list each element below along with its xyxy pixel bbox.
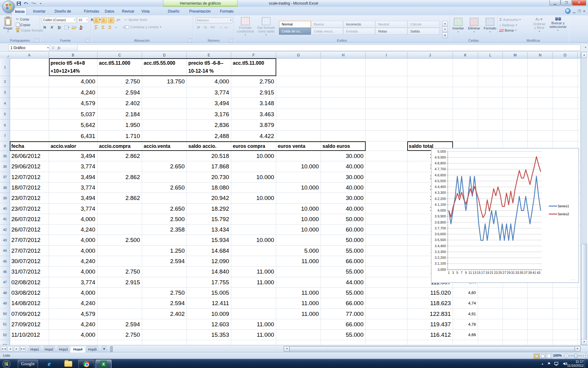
sheet-tab-hoja3[interactable]: Hoja3 bbox=[56, 346, 71, 352]
column-header-D[interactable]: D bbox=[142, 52, 187, 59]
row-header-45[interactable]: 45 bbox=[0, 256, 10, 266]
find-select-button[interactable]: Buscar y seleccionar▾ bbox=[548, 16, 567, 32]
cell-F3[interactable]: 2.915 bbox=[233, 87, 274, 98]
taskbar-clock[interactable]: 11:17 11/10/2012 bbox=[567, 360, 584, 368]
cell-C39[interactable]: 2.862 bbox=[99, 193, 140, 203]
cell-E2[interactable]: 4,000 bbox=[188, 76, 229, 87]
column-header-C[interactable]: C bbox=[97, 52, 142, 59]
cell-A45[interactable]: 30/07/2012 bbox=[11, 256, 47, 266]
cell-J48[interactable]: 115.020 bbox=[409, 288, 451, 298]
zoom-in-button[interactable]: + bbox=[583, 354, 588, 358]
cell-D49[interactable]: 2.594 bbox=[144, 298, 185, 309]
cell-B8[interactable]: accio.valor bbox=[51, 141, 95, 151]
paste-button[interactable]: Pegar ▾ bbox=[1, 16, 15, 33]
cell-G42[interactable]: 10.000 bbox=[278, 224, 319, 235]
cell-style-notas[interactable]: Notas bbox=[375, 28, 407, 35]
taskbar-item-google[interactable]: Google bbox=[18, 360, 38, 368]
align-right-button[interactable] bbox=[107, 25, 112, 30]
row-header-3[interactable]: 3 bbox=[0, 87, 10, 98]
office-button[interactable] bbox=[2, 1, 15, 13]
font-color-button[interactable]: A▾ bbox=[79, 25, 84, 30]
cell-C47[interactable]: 2.915 bbox=[99, 277, 140, 288]
cell-A36[interactable]: 29/06/2012 bbox=[11, 161, 47, 172]
action-center-flag-icon[interactable]: ⚑ bbox=[547, 362, 551, 366]
row-header-8[interactable]: 8 bbox=[0, 141, 10, 151]
taskbar-item-excel[interactable]: X bbox=[96, 360, 111, 368]
cell-E43[interactable]: 15.934 bbox=[188, 235, 229, 245]
cell-B39[interactable]: 3,494 bbox=[51, 193, 95, 203]
ribbon-tab-diseño[interactable]: Diseño bbox=[164, 8, 183, 15]
alineacion-dialog-launcher[interactable]: ↘ bbox=[188, 38, 192, 42]
cell-C3[interactable]: 2.594 bbox=[99, 87, 140, 98]
cell-A50[interactable]: 07/09/2012 bbox=[11, 309, 47, 319]
italic-button[interactable]: K bbox=[49, 25, 55, 30]
zoom-out-button[interactable]: − bbox=[564, 354, 569, 358]
page-break-view-button[interactable] bbox=[546, 353, 552, 359]
cell-F51[interactable]: 11.000 bbox=[233, 319, 274, 330]
row-header-37[interactable]: 37 bbox=[0, 172, 10, 182]
cell-B7[interactable]: 6,431 bbox=[51, 131, 95, 141]
cell-style-neutral[interactable]: Neutral bbox=[375, 21, 407, 28]
sheet-tab-hoja5[interactable]: Hoja5 bbox=[85, 346, 100, 352]
font-name-combo[interactable]: Calibri (Cuerpo)▾ bbox=[42, 17, 76, 23]
zoom-slider-thumb[interactable] bbox=[575, 354, 577, 358]
name-box[interactable]: 1 Gráfico ▼ bbox=[8, 44, 50, 51]
sort-filter-button[interactable]: AZ▼ Ordenar y filtrar▾ bbox=[531, 16, 548, 33]
cell-B42[interactable]: 4,240 bbox=[51, 224, 95, 235]
taskbar-item-internet-explorer[interactable]: e bbox=[43, 360, 56, 368]
accounting-format-button[interactable]: $▾ bbox=[196, 25, 201, 30]
horizontal-scroll-thumb[interactable] bbox=[289, 347, 575, 352]
cell-E44[interactable]: 14.684 bbox=[188, 246, 229, 256]
ribbon-tab-insertar[interactable]: Insertar bbox=[29, 8, 45, 15]
cell-D41[interactable]: 2.500 bbox=[144, 214, 185, 224]
cell-D45[interactable]: 2.594 bbox=[144, 256, 185, 266]
cell-F35[interactable]: 10.000 bbox=[233, 151, 274, 161]
cell-E3[interactable]: 3,774 bbox=[188, 87, 229, 98]
borders-button[interactable]: ▾ bbox=[64, 25, 70, 30]
cell-A39[interactable]: 23/07/2012 bbox=[11, 193, 47, 203]
page-layout-view-button[interactable] bbox=[540, 353, 546, 359]
fill-button[interactable]: ⤓ Rellenar▾ bbox=[499, 23, 521, 27]
font-size-combo[interactable]: 10▾ bbox=[77, 17, 89, 23]
cell-G36[interactable]: 10.000 bbox=[278, 161, 319, 172]
cell-G8[interactable]: euros venta bbox=[278, 141, 319, 151]
row-header-36[interactable]: 36 bbox=[0, 161, 10, 172]
undo-button[interactable]: ↶▾ bbox=[23, 1, 29, 6]
cell-F4[interactable]: 3.148 bbox=[233, 98, 274, 109]
row-header-51[interactable]: 51 bbox=[0, 319, 10, 330]
name-box-caret-icon[interactable]: ▼ bbox=[47, 47, 49, 49]
cell-A40[interactable]: 23/07/2012 bbox=[11, 204, 47, 214]
cell-F52[interactable]: 11.000 bbox=[233, 330, 274, 340]
cell-D36[interactable]: 2.650 bbox=[144, 161, 185, 172]
cell-H51[interactable]: 66.000 bbox=[322, 319, 364, 330]
workbook-close-button[interactable]: ✕ bbox=[583, 10, 586, 13]
column-header-partial[interactable] bbox=[578, 52, 581, 59]
row-header-49[interactable]: 49 bbox=[0, 298, 10, 309]
row-header-41[interactable]: 41 bbox=[0, 214, 10, 224]
workbook-restore-button[interactable]: ❐ bbox=[578, 10, 581, 13]
number-format-combo[interactable]: Número▾ bbox=[196, 17, 232, 23]
cell-C1[interactable]: acc.tl5.11.000 bbox=[99, 58, 140, 76]
cell-C5[interactable]: 2.184 bbox=[99, 109, 140, 120]
cell-F8[interactable]: euros compra bbox=[233, 141, 274, 151]
cell-style-celda-vincul-[interactable]: Celda vincul... bbox=[311, 28, 343, 35]
cell-D8[interactable]: accio.venta bbox=[144, 141, 185, 151]
cell-C46[interactable]: 2.750 bbox=[99, 266, 140, 277]
cell-A37[interactable]: 12/07/2012 bbox=[11, 172, 47, 182]
styles-scroll-down-button[interactable]: ▼ bbox=[442, 27, 448, 32]
cell-E51[interactable]: 12.603 bbox=[188, 319, 229, 330]
autosum-button[interactable]: Σ Autosuma▾ bbox=[499, 17, 521, 22]
column-header-L[interactable]: L bbox=[478, 52, 503, 59]
cell-D42[interactable]: 2.358 bbox=[144, 224, 185, 235]
cell-F37[interactable]: 10.000 bbox=[233, 172, 274, 182]
cell-E7[interactable]: 2,488 bbox=[188, 131, 229, 141]
cell-E46[interactable]: 14.840 bbox=[188, 266, 229, 277]
cell-style-normal[interactable]: Normal bbox=[279, 21, 311, 28]
underline-button[interactable]: S▾ bbox=[57, 25, 62, 30]
column-header-N[interactable]: N bbox=[528, 52, 553, 59]
cell-G40[interactable]: 10.000 bbox=[278, 204, 319, 214]
sheet-tab-hoja4[interactable]: Hoja4 bbox=[70, 346, 86, 352]
cell-C6[interactable]: 1.950 bbox=[99, 120, 140, 131]
cell-A43[interactable]: 27/07/2012 bbox=[11, 235, 47, 245]
cell-A48[interactable]: 03/08/2012 bbox=[11, 288, 47, 298]
